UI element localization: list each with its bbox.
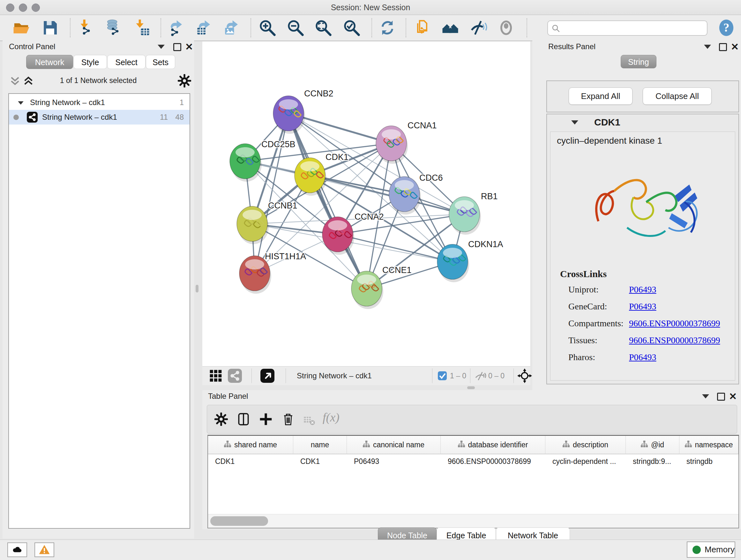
save-icon[interactable]	[41, 19, 59, 37]
open-in-new-window-icon[interactable]	[260, 369, 274, 383]
float-panel-icon[interactable]	[717, 393, 725, 402]
crosslink-link[interactable]: P06493	[629, 285, 657, 295]
scrollbar-thumb[interactable]	[210, 516, 268, 526]
tree-icon	[224, 441, 231, 449]
open-icon[interactable]	[12, 19, 30, 37]
column-header-canonical-name[interactable]: canonical name	[347, 436, 441, 454]
zoom-selected-icon[interactable]	[343, 19, 360, 37]
results-panel-title: Results Panel	[548, 42, 596, 51]
tab-style[interactable]: Style	[73, 55, 107, 69]
panel-menu-icon[interactable]	[158, 44, 165, 50]
network-node-ccna1[interactable]	[376, 126, 408, 164]
warning-button[interactable]	[35, 543, 54, 557]
hide-items-icon[interactable]	[469, 19, 487, 37]
grid-view-icon[interactable]	[209, 369, 222, 383]
birds-eye-view-icon[interactable]	[228, 369, 242, 383]
column-header-namespace[interactable]: namespace	[679, 436, 738, 454]
tree-icon	[562, 441, 569, 449]
houses-icon[interactable]	[441, 19, 459, 37]
add-column-icon[interactable]	[259, 412, 273, 428]
import-database-icon[interactable]	[104, 19, 122, 37]
tab-network[interactable]: Network	[26, 55, 73, 69]
eye-icon[interactable]	[497, 19, 515, 37]
node-label: CCNB2	[304, 89, 333, 98]
crosslink-link[interactable]: 9606.ENSP00000378699	[629, 335, 720, 346]
network-node-rb1[interactable]	[449, 197, 481, 235]
network-node-ccna2[interactable]	[322, 217, 354, 255]
network-options-gear-icon[interactable]	[178, 74, 192, 89]
tab-select[interactable]: Select	[107, 55, 145, 69]
hidden-items-eye-icon[interactable]	[474, 370, 486, 383]
column-header-name[interactable]: name	[293, 436, 347, 454]
crosslink-link[interactable]: 9606.ENSP00000378699	[629, 318, 720, 328]
table-cell[interactable]: stringdb	[679, 455, 738, 468]
network-node-ccne1[interactable]	[351, 271, 383, 309]
network-canvas[interactable]: CCNB2CCNA1CDC25BCDK1CDC6RB1CCNB1CCNA2CDK…	[202, 42, 531, 366]
fit-selected-crosshair-icon[interactable]	[517, 368, 532, 385]
bottom-splitter-handle[interactable]	[467, 386, 475, 389]
tab-sets[interactable]: Sets	[146, 55, 175, 69]
network-group-row[interactable]: String Network – cdk1 1	[9, 95, 190, 110]
crosslink-label: Compartments:	[568, 318, 623, 328]
results-panel: Results Panel ✕ String Expand All Collap…	[532, 41, 741, 390]
tab-string[interactable]: String	[621, 55, 657, 68]
table-cell[interactable]: 9606.ENSP00000378699	[441, 455, 545, 468]
network-edge[interactable]	[255, 113, 288, 273]
crosslink-link[interactable]: P06493	[629, 301, 657, 312]
network-node-cdk1[interactable]	[294, 158, 327, 196]
float-panel-icon[interactable]	[719, 43, 727, 52]
network-node-cdc25b[interactable]	[230, 144, 262, 182]
network-edge[interactable]	[288, 113, 367, 289]
export-table-icon[interactable]	[194, 19, 212, 37]
panel-menu-icon[interactable]	[702, 394, 709, 400]
table-cell[interactable]: cyclin-dependent ...	[545, 455, 626, 468]
network-item-row[interactable]: String Network – cdk1 11 48	[9, 110, 190, 125]
column-header--id[interactable]: @id	[626, 436, 679, 454]
collapse-all-button[interactable]: Collapse All	[643, 87, 712, 105]
network-node-ccnb2[interactable]	[273, 96, 305, 134]
float-panel-icon[interactable]	[173, 43, 181, 52]
panel-menu-icon[interactable]	[704, 44, 711, 50]
import-network-icon[interactable]	[77, 19, 95, 37]
close-panel-icon[interactable]: ✕	[731, 41, 739, 52]
expand-all-button[interactable]: Expand All	[569, 87, 632, 105]
horizontal-scrollbar[interactable]	[208, 514, 738, 528]
close-panel-icon[interactable]: ✕	[185, 41, 193, 52]
copy-network-icon[interactable]	[413, 19, 431, 37]
collapse-triangle-icon[interactable]	[17, 95, 24, 110]
search-input[interactable]	[563, 22, 702, 34]
help-icon[interactable]: ?	[718, 19, 735, 37]
export-network-icon[interactable]	[166, 19, 184, 37]
zoom-fit-icon[interactable]	[314, 19, 332, 37]
left-splitter-handle[interactable]	[196, 285, 199, 293]
title-bar: Session: New Session	[0, 0, 741, 15]
show-columns-icon[interactable]	[237, 412, 251, 428]
table-cell[interactable]: CDK1	[293, 455, 347, 468]
zoom-out-icon[interactable]	[286, 19, 305, 37]
crosslink-link[interactable]: P06493	[629, 352, 657, 362]
network-list: String Network – cdk1 1 String Network –…	[8, 93, 190, 529]
tree-icon	[458, 441, 465, 449]
import-table-icon[interactable]	[133, 19, 151, 37]
refresh-icon[interactable]	[379, 19, 396, 37]
network-node-hist1h1a[interactable]	[239, 256, 271, 294]
table-cell[interactable]: P06493	[347, 455, 441, 468]
network-node-cdkn1a[interactable]	[437, 244, 469, 282]
cloud-button[interactable]	[7, 543, 27, 557]
zoom-in-icon[interactable]	[259, 19, 276, 37]
entry-name: CDK1	[594, 117, 620, 128]
network-node-ccnb1[interactable]	[237, 206, 269, 244]
selected-nodes-checkbox[interactable]	[438, 371, 447, 380]
column-header-shared-name[interactable]: shared name	[208, 436, 293, 454]
collapse-entry-triangle-icon[interactable]	[571, 120, 578, 126]
close-panel-icon[interactable]: ✕	[729, 391, 737, 402]
delete-column-trash-icon[interactable]	[281, 412, 295, 428]
table-cell[interactable]: CDK1	[208, 455, 293, 468]
node-label: CDK1	[326, 152, 348, 162]
table-options-gear-icon[interactable]	[214, 412, 228, 428]
column-header-database-identifier[interactable]: database identifier	[441, 436, 545, 454]
memory-button[interactable]: Memory	[687, 542, 735, 558]
table-cell[interactable]: stringdb:9...	[626, 455, 679, 468]
export-image-icon[interactable]	[222, 19, 240, 37]
column-header-description[interactable]: description	[545, 436, 626, 454]
